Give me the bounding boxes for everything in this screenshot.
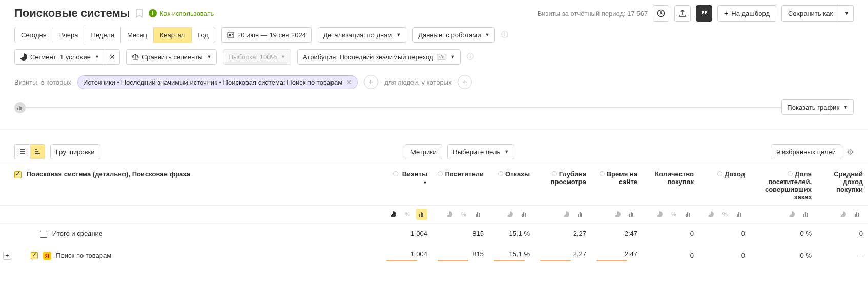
pie-view-icon[interactable] [837, 209, 849, 220]
page-title: Поисковые системы [14, 7, 130, 20]
filter-add-1[interactable]: + [364, 75, 378, 89]
save-as-button[interactable]: Сохранить как [781, 5, 839, 22]
chip-label: Источники • Последний значимый источник … [83, 78, 342, 86]
col-radio[interactable] [498, 171, 503, 176]
scale-icon [132, 53, 139, 61]
col-avg-income[interactable]: Средний доход покупки [834, 170, 863, 193]
pie-view-icon[interactable] [387, 209, 399, 220]
add-dashboard-button[interactable]: + На дашборд [717, 5, 776, 22]
col-radio[interactable] [717, 171, 722, 176]
percent-view-icon[interactable]: % [402, 209, 413, 220]
filter-label-2: для людей, у которых [384, 78, 451, 86]
export-icon[interactable] [674, 5, 691, 22]
chevron-down-icon: ▼ [450, 54, 455, 59]
period-week[interactable]: Неделя [85, 27, 121, 43]
bookmark-icon[interactable] [135, 9, 143, 18]
view-tree-button[interactable] [14, 144, 30, 159]
pie-view-icon[interactable] [705, 209, 716, 220]
help-icon[interactable]: ⓘ [501, 30, 508, 39]
help-icon[interactable]: ⓘ [467, 52, 474, 62]
how-to-use-link[interactable]: i Как использовать [149, 9, 214, 17]
data-mode-label: Данные: с роботами [418, 31, 481, 39]
chevron-down-icon: ▼ [95, 54, 99, 59]
add-dashboard-label: На дашборд [731, 10, 770, 17]
col-income[interactable]: Доход [725, 170, 745, 178]
attribution-label: Атрибуция: Последний значимый переход [303, 53, 433, 61]
percent-view-icon[interactable]: % [458, 209, 469, 220]
pie-icon [20, 53, 27, 61]
row-checkbox[interactable] [40, 231, 47, 238]
col-radio[interactable] [788, 171, 793, 176]
groupings-button[interactable]: Группировки [50, 144, 100, 159]
bars-view-icon[interactable] [683, 209, 694, 220]
cell-value: 815 [453, 250, 484, 258]
pie-view-icon[interactable] [561, 209, 572, 220]
metrics-button[interactable]: Метрики [405, 144, 442, 159]
gear-icon[interactable]: ⚙ [846, 147, 854, 157]
pie-view-icon[interactable] [654, 209, 665, 220]
col0-label: Поисковая система (детально), Поисковая … [27, 170, 190, 178]
date-range-button[interactable]: 20 июн — 19 сен 2024 [221, 27, 312, 43]
expand-button[interactable]: + [3, 252, 11, 260]
cell-value: 2,27 [555, 230, 586, 237]
bars-view-icon[interactable] [416, 209, 427, 220]
col-radio[interactable] [393, 171, 398, 176]
period-today[interactable]: Сегодня [15, 27, 53, 43]
col-radio[interactable] [438, 171, 443, 176]
timeline-slider-track[interactable] [19, 107, 849, 108]
chevron-down-icon: ▼ [844, 11, 849, 16]
pie-view-icon[interactable] [504, 209, 515, 220]
period-quarter[interactable]: Квартал [154, 27, 192, 43]
detail-label: Детализация: по дням [323, 31, 392, 39]
segment-button[interactable]: Сегмент: 1 условие ▼ [15, 50, 105, 64]
col-purchases[interactable]: Количество покупок [655, 170, 694, 186]
dimension-checkbox[interactable] [14, 171, 22, 178]
bars-view-icon[interactable] [472, 209, 484, 220]
col-radio[interactable] [552, 171, 557, 176]
col-visits[interactable]: Визиты [402, 170, 427, 178]
period-group: Сегодня Вчера Неделя Месяц Квартал Год [14, 27, 215, 43]
percent-view-icon[interactable]: % [719, 209, 731, 220]
col-visitors[interactable]: Посетители [445, 170, 484, 178]
bars-view-icon[interactable] [575, 209, 586, 220]
attribution-button[interactable]: Атрибуция: Последний значимый переход к/… [297, 49, 461, 65]
history-icon[interactable] [653, 5, 669, 22]
save-as-dropdown[interactable]: ▼ [839, 5, 854, 22]
bars-view-icon[interactable] [519, 209, 530, 220]
pie-view-icon[interactable] [612, 209, 623, 220]
period-month[interactable]: Месяц [121, 27, 154, 43]
period-year[interactable]: Год [192, 27, 215, 43]
save-as-label: Сохранить как [788, 10, 833, 17]
segment-clear[interactable]: ✕ [105, 53, 119, 61]
detail-button[interactable]: Детализация: по дням ▼ [318, 27, 406, 43]
bars-view-icon[interactable] [800, 209, 812, 220]
quote-icon[interactable] [696, 5, 712, 22]
cell-value: 0 [714, 252, 745, 259]
row-checkbox[interactable] [31, 252, 38, 259]
cell-value: 1 004 [397, 250, 427, 258]
col-time[interactable]: Время на сайте [607, 170, 637, 186]
period-yesterday[interactable]: Вчера [53, 27, 85, 43]
cell-value: 815 [453, 230, 484, 237]
choose-goal-label: Выберите цель [453, 148, 500, 156]
timeline-slider-handle[interactable] [14, 102, 26, 113]
col-bounces[interactable]: Отказы [505, 170, 530, 178]
favorite-goals-button[interactable]: 9 избранных целей [771, 144, 841, 159]
bars-view-icon[interactable] [852, 209, 863, 220]
filter-add-2[interactable]: + [458, 75, 472, 89]
data-mode-button[interactable]: Данные: с роботами ▼ [412, 27, 495, 43]
chip-remove[interactable]: ✕ [346, 78, 352, 86]
filter-chip[interactable]: Источники • Последний значимый источник … [77, 75, 358, 89]
view-flat-button[interactable] [30, 144, 45, 159]
choose-goal-button[interactable]: Выберите цель ▼ [447, 144, 514, 159]
compare-segments-button[interactable]: Сравнить сегменты ▼ [126, 49, 217, 65]
bars-view-icon[interactable] [626, 209, 637, 220]
bars-view-icon[interactable] [734, 209, 745, 220]
pie-view-icon[interactable] [444, 209, 455, 220]
cell-value: 2:47 [607, 250, 637, 258]
show-graph-button[interactable]: Показать график ▼ [781, 99, 854, 115]
col-radio[interactable] [600, 171, 605, 176]
cell-value: 1 004 [397, 230, 427, 237]
percent-view-icon[interactable]: % [668, 209, 679, 220]
pie-view-icon[interactable] [786, 209, 797, 220]
